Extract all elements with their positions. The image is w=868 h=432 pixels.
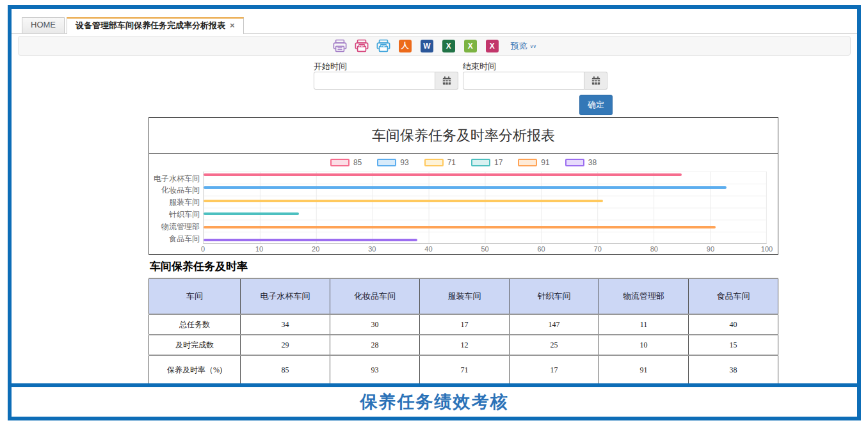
legend-item[interactable]: 91 <box>518 158 549 167</box>
chart-plot-area: 电子水杯车间化妆品车间服装车间针织车间物流管理部食品车间 <box>203 172 767 244</box>
close-tab-icon[interactable]: × <box>230 20 235 30</box>
x-axis-tick: 10 <box>255 245 263 253</box>
main-area: HOME设备管理部车间保养任务完成率分析报表× PDF PDF 人WXXX 预览… <box>12 9 857 383</box>
x-axis-tick: 50 <box>481 245 488 253</box>
footer-title: 保养任务绩效考核 <box>360 390 509 413</box>
start-calendar-button[interactable] <box>435 72 458 90</box>
end-time-group <box>463 72 607 90</box>
x-axis-tick: 80 <box>650 245 658 253</box>
column-header: 电子水杯车间 <box>241 278 330 314</box>
legend-label: 91 <box>541 158 549 167</box>
preview-dropdown[interactable]: 预览 ∨∨ <box>511 40 536 52</box>
end-calendar-button[interactable] <box>584 72 607 90</box>
export-excel-lime-icon-glyph: X <box>464 40 477 52</box>
column-header: 化妆品车间 <box>330 278 420 314</box>
tab-label: 设备管理部车间保养任务完成率分析报表 <box>76 20 225 30</box>
tab-home[interactable]: HOME <box>22 17 65 33</box>
table-cell: 147 <box>510 314 599 335</box>
legend-item[interactable]: 38 <box>565 158 597 167</box>
table-cell: 12 <box>420 335 510 355</box>
table-row: 及时完成数292812251015 <box>149 335 778 355</box>
page-frame: HOME设备管理部车间保养任务完成率分析报表× PDF PDF 人WXXX 预览… <box>8 5 861 420</box>
table-row: 总任务数3430171471140 <box>149 314 778 335</box>
row-label: 保养及时率（%) <box>149 355 241 383</box>
print-icon[interactable] <box>333 39 347 53</box>
tab-report-analysis[interactable]: 设备管理部车间保养任务完成率分析报表× <box>67 17 244 34</box>
legend-item[interactable]: 93 <box>377 158 408 167</box>
table-cell: 38 <box>689 355 778 383</box>
legend-swatch <box>330 159 350 166</box>
table-section-title: 车间保养任务及时率 <box>149 255 778 278</box>
table-cell: 17 <box>420 314 510 335</box>
chart-bar <box>204 212 299 215</box>
chart-bar <box>204 200 603 202</box>
table-cell: 15 <box>689 335 778 355</box>
category-label: 电子水杯车间 <box>150 173 200 184</box>
legend-swatch <box>424 159 444 166</box>
confirm-button[interactable]: 确定 <box>579 95 613 115</box>
export-pdf-icon[interactable]: 人 <box>398 39 412 53</box>
table-cell: 28 <box>330 335 420 355</box>
report-container: 车间保养任务及时率分析报表 859371179138 电子水杯车间化妆品车间服装… <box>149 117 778 383</box>
chevron-down-icon: ∨∨ <box>529 44 536 49</box>
end-time-label: 结束时间 <box>463 61 496 72</box>
print-pdf-pink-icon[interactable]: PDF <box>355 39 369 53</box>
table-cell: 91 <box>599 355 689 383</box>
svg-text:PDF: PDF <box>381 44 387 47</box>
legend-label: 17 <box>494 158 502 167</box>
x-axis-tick: 90 <box>707 245 714 253</box>
x-axis-tick: 60 <box>537 245 545 253</box>
chart-bar <box>204 226 716 228</box>
category-label: 化妆品车间 <box>150 185 200 196</box>
x-axis-tick: 0 <box>201 245 205 253</box>
table-cell: 30 <box>330 314 420 335</box>
chart-bar <box>204 186 727 189</box>
category-label: 物流管理部 <box>150 221 200 232</box>
export-word-icon-glyph: W <box>421 40 433 52</box>
export-excel-magenta-icon[interactable]: X <box>485 39 499 53</box>
toolbar-icons: PDF PDF 人WXXX <box>333 39 499 53</box>
legend-label: 93 <box>400 158 408 167</box>
print-pdf-blue-icon[interactable]: PDF <box>376 39 390 53</box>
table-cell: 11 <box>599 314 689 335</box>
toolbar: PDF PDF 人WXXX 预览 ∨∨ <box>18 36 851 56</box>
category-label: 针织车间 <box>150 209 200 220</box>
table-cell: 25 <box>510 335 599 355</box>
export-excel-lime-icon[interactable]: X <box>463 39 478 53</box>
x-axis-tick: 100 <box>761 245 773 253</box>
legend-item[interactable]: 17 <box>471 158 502 167</box>
legend-item[interactable]: 71 <box>424 158 456 167</box>
table-row: 保养及时率（%)859371179138 <box>149 355 778 383</box>
table-cell: 10 <box>599 335 689 355</box>
table-cell: 29 <box>241 335 330 355</box>
tab-label: HOME <box>31 20 56 29</box>
column-header: 食品车间 <box>689 278 778 314</box>
legend-swatch <box>471 159 490 166</box>
end-time-input[interactable] <box>463 72 584 90</box>
table-cell: 85 <box>241 355 330 383</box>
legend-swatch <box>518 159 537 166</box>
x-axis-tick: 40 <box>424 245 432 253</box>
legend-swatch <box>377 159 396 166</box>
column-header: 服装车间 <box>420 278 510 314</box>
chart-legend: 859371179138 <box>149 157 778 168</box>
start-time-group <box>314 72 458 90</box>
chart: 859371179138 电子水杯车间化妆品车间服装车间针织车间物流管理部食品车… <box>149 154 778 255</box>
legend-item[interactable]: 85 <box>330 158 362 167</box>
table-cell: 93 <box>330 355 420 383</box>
x-axis-tick: 70 <box>594 245 602 253</box>
export-word-icon[interactable]: W <box>420 39 434 53</box>
row-label: 及时完成数 <box>149 335 241 355</box>
row-label: 总任务数 <box>149 314 241 335</box>
table-cell: 34 <box>241 314 330 335</box>
footer-band: 保养任务绩效考核 <box>12 383 857 417</box>
export-excel-green-icon[interactable]: X <box>442 39 456 53</box>
x-axis-tick: 20 <box>312 245 319 253</box>
tab-bar: HOME设备管理部车间保养任务完成率分析报表× <box>12 17 857 34</box>
export-excel-magenta-icon-glyph: X <box>486 40 499 52</box>
column-header: 车间 <box>149 278 241 314</box>
start-time-input[interactable] <box>314 72 435 90</box>
export-excel-green-icon-glyph: X <box>442 40 455 52</box>
table-cell: 40 <box>689 314 778 335</box>
legend-label: 85 <box>353 158 362 167</box>
